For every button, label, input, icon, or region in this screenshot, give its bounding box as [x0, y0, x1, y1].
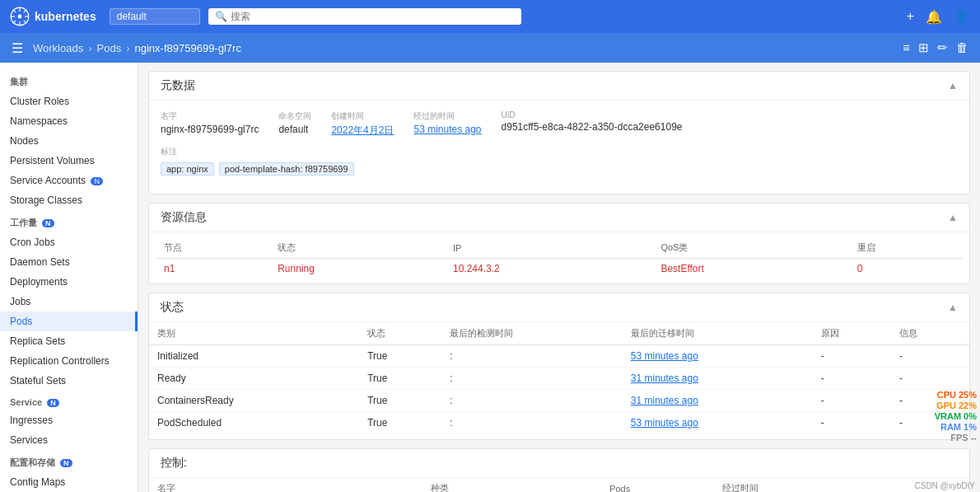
breadcrumb-pods[interactable]: Pods [97, 42, 122, 54]
metadata-namespace-label: 命名空间 [278, 110, 311, 122]
grid-view-icon[interactable]: ⊞ [918, 40, 929, 55]
cluster-section-label: 集群 [0, 69, 138, 91]
watermark: CSDN @xybDIY [915, 481, 976, 490]
sidebar-item-storage-classes[interactable]: Storage Classes [0, 190, 138, 210]
config-section-label: 配置和存储 N [0, 450, 138, 472]
metadata-title: 元数据 [161, 78, 195, 93]
resource-qos-cell: BestEffort [652, 259, 848, 279]
control-title: 控制: [161, 456, 187, 471]
metadata-elapsed-field: 经过的时间 53 minutes ago [413, 110, 481, 138]
status-col-last-transition: 最后的迁移时间 [623, 322, 813, 345]
navbar-logo: kubernetes [10, 7, 96, 26]
main-layout: 集群 Cluster Roles Namespaces Nodes Persis… [0, 63, 980, 492]
workloads-section-label: 工作量 N [0, 210, 138, 232]
breadcrumb-bar: ☰ Workloads › Pods › nginx-f89759699-gl7… [0, 33, 980, 63]
status-section: 状态 ▲ 类别 状态 最后的检测时间 最后的迁移时间 原因 信息 [148, 293, 970, 440]
resource-node-cell: n1 [156, 259, 269, 279]
metadata-uid-label: UID [502, 110, 683, 119]
resource-col-restarts: 重启 [849, 237, 963, 259]
table-row: n1 Running 10.244.3.2 BestEffort 0 [156, 259, 963, 279]
cpu-stat: CPU 25% [937, 390, 977, 400]
service-section-label: Service N [0, 391, 138, 410]
sidebar-item-stateful-sets[interactable]: Stateful Sets [0, 371, 138, 391]
sidebar-item-nodes[interactable]: Nodes [0, 131, 138, 151]
sidebar-item-cron-jobs[interactable]: Cron Jobs [0, 232, 138, 252]
resource-restarts-cell: 0 [849, 259, 963, 279]
status-table: 类别 状态 最后的检测时间 最后的迁移时间 原因 信息 Initialized … [149, 322, 969, 434]
service-accounts-badge: N [91, 177, 103, 185]
sidebar-item-replication-controllers[interactable]: Replication Controllers [0, 351, 138, 371]
metadata-elapsed-value[interactable]: 53 minutes ago [413, 124, 481, 135]
workloads-badge: N [42, 219, 54, 227]
navbar-actions: + 🔔 👤 [907, 9, 970, 25]
breadcrumb-workloads[interactable]: Workloads [33, 42, 83, 54]
tag-app-nginx: app: nginx [161, 162, 214, 176]
status-info-initialized: - [891, 345, 969, 368]
fps-stat: FPS -- [950, 433, 977, 443]
add-icon[interactable]: + [907, 9, 914, 24]
sidebar-item-daemon-sets[interactable]: Daemon Sets [0, 252, 138, 272]
status-transition-link-1[interactable]: 31 minutes ago [631, 373, 698, 384]
status-transition-link-3[interactable]: 53 minutes ago [631, 417, 698, 429]
metadata-name-value: nginx-f89759699-gl7rc [161, 124, 259, 135]
search-icon: 🔍 [215, 11, 227, 22]
kubernetes-logo-icon [10, 7, 30, 26]
resource-info-collapse-icon[interactable]: ▲ [948, 212, 958, 223]
metadata-collapse-icon[interactable]: ▲ [948, 80, 958, 91]
sidebar-item-ingresses[interactable]: Ingresses [0, 410, 138, 430]
metadata-created-value[interactable]: 2022年4月2日 [331, 124, 394, 138]
sidebar-item-services[interactable]: Services [0, 430, 138, 450]
side-stats-panel: CPU 25% GPU 22% VRAM 0% RAM 1% FPS -- [935, 390, 980, 443]
status-transition-pod-scheduled: 53 minutes ago [623, 412, 813, 434]
sidebar-item-service-accounts[interactable]: Service Accounts N [0, 171, 138, 190]
sidebar-item-pods[interactable]: Pods [0, 312, 138, 331]
resource-col-node: 节点 [156, 237, 269, 259]
search-input[interactable] [231, 11, 515, 22]
status-type-initialized: Initialized [149, 345, 359, 368]
sidebar-item-persistent-volumes[interactable]: Persistent Volumes [0, 151, 138, 171]
gpu-stat: GPU 22% [936, 401, 977, 410]
status-type-ready: Ready [149, 368, 359, 390]
cluster-select[interactable]: default [110, 8, 200, 25]
status-probe-initialized: : [441, 345, 623, 368]
table-row: Ready True : 31 minutes ago - - [149, 368, 969, 390]
tag-pod-template: pod-template-hash: f89759699 [219, 162, 354, 176]
user-icon[interactable]: 👤 [954, 9, 970, 25]
resource-ip-cell: 10.244.3.2 [445, 259, 652, 279]
status-probe-containers-ready: : [441, 390, 623, 412]
status-status-pod-scheduled: True [359, 412, 441, 434]
status-reason-pod-scheduled: - [813, 412, 891, 434]
status-reason-initialized: - [813, 345, 891, 368]
status-transition-containers-ready: 31 minutes ago [623, 390, 813, 412]
list-view-icon[interactable]: ≡ [903, 40, 910, 55]
resource-col-ip: IP [445, 237, 652, 259]
sidebar-item-namespaces[interactable]: Namespaces [0, 111, 138, 131]
sidebar-item-jobs[interactable]: Jobs [0, 292, 138, 312]
delete-icon[interactable]: 🗑 [956, 40, 968, 55]
control-table: 名字 种类 Pods 经过时间 nginx-f89759699 replicas… [149, 478, 969, 492]
control-col-name: 名字 [149, 478, 422, 492]
status-status-ready: True [359, 368, 441, 390]
kubernetes-brand-text: kubernetes [35, 10, 96, 23]
status-col-type: 类别 [149, 322, 359, 345]
resource-info-content: 节点 状态 IP QoS类 重启 n1 Running 10.244.3.2 B [149, 232, 969, 283]
status-collapse-icon[interactable]: ▲ [948, 302, 958, 313]
notifications-icon[interactable]: 🔔 [926, 9, 942, 25]
status-title: 状态 [161, 300, 184, 315]
status-type-containers-ready: ContainersReady [149, 390, 359, 412]
metadata-name-label: 名字 [161, 110, 259, 122]
status-transition-initialized: 53 minutes ago [623, 345, 813, 368]
menu-icon[interactable]: ☰ [12, 40, 23, 56]
status-transition-link-2[interactable]: 31 minutes ago [631, 395, 698, 406]
status-transition-link-0[interactable]: 53 minutes ago [631, 350, 698, 362]
status-status-containers-ready: True [359, 390, 441, 412]
status-col-reason: 原因 [813, 322, 891, 345]
sidebar-item-deployments[interactable]: Deployments [0, 272, 138, 292]
sidebar-item-config-maps[interactable]: Config Maps [0, 472, 138, 492]
sidebar-item-replica-sets[interactable]: Replica Sets [0, 331, 138, 351]
edit-icon[interactable]: ✏ [937, 40, 948, 55]
breadcrumb-sep-2: › [126, 42, 129, 54]
sidebar-item-cluster-roles[interactable]: Cluster Roles [0, 91, 138, 111]
breadcrumb-actions: ≡ ⊞ ✏ 🗑 [903, 40, 968, 55]
table-row: PodScheduled True : 53 minutes ago - - [149, 412, 969, 434]
